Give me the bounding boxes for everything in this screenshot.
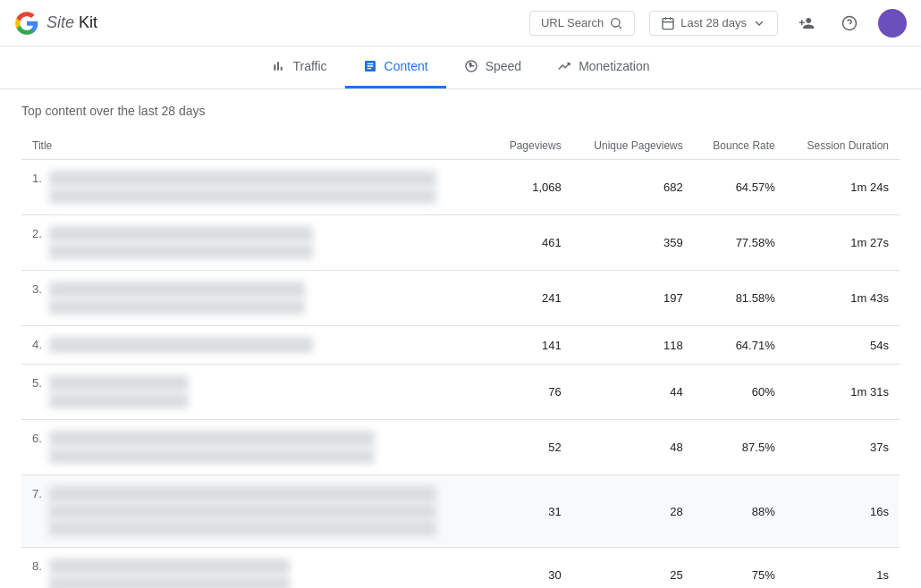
section-title: Top content over the last 28 days (21, 104, 900, 118)
date-range-label: Last 28 days (680, 16, 747, 29)
row-number: 1. (32, 172, 42, 185)
row-number: 5. (32, 376, 42, 390)
speed-icon (464, 59, 478, 73)
main-content: Top content over the last 28 days Title … (0, 89, 921, 588)
tab-monetization[interactable]: Monetization (539, 46, 667, 88)
table-row: 5.XXXXXXXXXXXXXXXXXXXXXXXXXXXXXXXXXXXX76… (21, 365, 900, 420)
tab-speed-label: Speed (486, 59, 521, 73)
title-link[interactable]: XXXXXXXXXXXXXXXXXX (49, 375, 189, 391)
chevron-down-icon (752, 16, 766, 30)
title-subtitle: XXXXXXXXXXXXXXXXXXXXXXXXXX (49, 299, 305, 315)
bounce-rate-cell: 60% (694, 365, 786, 420)
unique-pageviews-cell: 44 (572, 365, 694, 420)
add-person-button[interactable] (792, 9, 821, 38)
bounce-rate-cell: 87.5% (694, 420, 786, 475)
row-title: XXXXXXXXXXXXXXXXXXXXXXXXXXXXXXXXXX (49, 559, 290, 588)
table-row: 4.XXXXXXXXXXXXXXXXXXXXXXXXXXXXXXXXXX1411… (21, 325, 900, 364)
title-link[interactable]: XXXXXXXXXXXXXXXXXXXXXXXXXXXXXXX (49, 559, 290, 575)
table-row: 1.XXXXXXXXXXXXXXXXXXXXXXXXXXXXXXXXXXXXXX… (21, 160, 900, 215)
pageviews-cell: 461 (491, 214, 571, 270)
bounce-rate-cell: 88% (694, 475, 786, 548)
svg-rect-2 (663, 18, 673, 29)
col-bounce-rate: Bounce Rate (694, 132, 786, 160)
content-table: Title Pageviews Unique Pageviews Bounce … (21, 132, 900, 588)
session-duration-cell: 1m 31s (786, 365, 900, 420)
search-icon (609, 16, 623, 30)
pageviews-cell: 141 (491, 325, 571, 364)
tab-speed[interactable]: Speed (446, 46, 539, 88)
row-title: XXXXXXXXXXXXXXXXXXXXXXXXXXXXXXXXXXXXXXXX… (49, 226, 313, 259)
tab-monetization-label: Monetization (579, 59, 649, 73)
title-link[interactable]: XXXXXXXXXXXXXXXXXXXXXXXXXXXXXXXXXX (49, 337, 313, 353)
title-subtitle: XXXXXXXXXXXXXXXXXXXXXXXXXXXXXXXXXX (49, 244, 313, 259)
unique-pageviews-cell: 118 (572, 325, 694, 364)
title-link[interactable]: XXXXXXXXXXXXXXXXXXXXXXXXXXXXXXXXX (49, 281, 305, 298)
tab-content-label: Content (384, 59, 428, 73)
pageviews-cell: 76 (491, 365, 571, 420)
table-row: 8.XXXXXXXXXXXXXXXXXXXXXXXXXXXXXXXXXX3025… (21, 547, 900, 588)
title-link[interactable]: XXXXXXXXXXXXXXXXXXXXXXXXXXXXXXXXXX (49, 226, 313, 242)
url-search-label: URL Search (541, 16, 604, 29)
tab-content[interactable]: Content (345, 46, 446, 88)
title-cell: 6.XXXXXXXXXXXXXXXXXXXXXXXXXXXXXXXXXXXXXX… (21, 420, 491, 475)
unique-pageviews-cell: 197 (572, 270, 694, 325)
title-subtitle: XXXXXXXXXXXXXXXXXX (49, 393, 189, 408)
bounce-rate-cell: 64.71% (694, 325, 786, 364)
title-link[interactable]: XXXXXXXXXXXXXXXXXXXXXXXXXXXXXXXXXXXXXXXX… (49, 171, 437, 187)
title-subtitle-2: XXXXXXXXXXXXXXXXXXXXXXXXXXXXXXXXXX (49, 521, 437, 536)
row-number: 4. (32, 338, 42, 351)
table-row: 2.XXXXXXXXXXXXXXXXXXXXXXXXXXXXXXXXXXXXXX… (21, 214, 900, 270)
row-number: 8. (32, 559, 42, 573)
unique-pageviews-cell: 48 (572, 420, 694, 475)
unique-pageviews-cell: 359 (572, 214, 694, 270)
title-cell: 4.XXXXXXXXXXXXXXXXXXXXXXXXXXXXXXXXXX (21, 325, 491, 364)
person-add-icon (798, 15, 815, 31)
svg-line-1 (619, 26, 621, 29)
logo-area: Site Kit (14, 11, 529, 36)
tab-traffic[interactable]: Traffic (253, 46, 344, 88)
title-link[interactable]: XXXXXXXXXXXXXXXXXXXXXXXXXXXXXXXXXXXXXXXX… (49, 431, 375, 447)
row-title: XXXXXXXXXXXXXXXXXXXXXXXXXXXXXXXXXXXX (49, 375, 189, 408)
title-link[interactable]: XXXXXXXXXXXXXXXXXXXXXXXXXXXXXXXXXXXXXXXX… (49, 486, 437, 502)
help-button[interactable] (835, 9, 864, 38)
session-duration-cell: 1m 24s (786, 160, 900, 215)
title-cell: 7.XXXXXXXXXXXXXXXXXXXXXXXXXXXXXXXXXXXXXX… (21, 475, 491, 548)
unique-pageviews-cell: 25 (572, 547, 694, 588)
tab-traffic-label: Traffic (292, 59, 326, 73)
content-icon (363, 59, 377, 73)
session-duration-cell: 16s (786, 475, 900, 548)
title-cell: 8.XXXXXXXXXXXXXXXXXXXXXXXXXXXXXXXXXX (21, 547, 491, 588)
bounce-rate-cell: 81.58% (694, 270, 786, 325)
session-duration-cell: 1m 43s (786, 270, 900, 325)
row-title: XXXXXXXXXXXXXXXXXXXXXXXXXXXXXXXXXXXXXXXX… (49, 281, 305, 315)
calendar-icon (661, 16, 675, 30)
pageviews-cell: 241 (491, 270, 571, 325)
nav-tabs: Traffic Content Speed Monetization (0, 46, 921, 89)
monetization-icon (557, 59, 571, 73)
title-cell: 3.XXXXXXXXXXXXXXXXXXXXXXXXXXXXXXXXXXXXXX… (21, 270, 491, 325)
title-subtitle: XXXXXXXXXXXXXXXXXXXXXXXXXXXXXXXXXX (49, 504, 437, 519)
pageviews-cell: 30 (491, 547, 571, 588)
avatar[interactable] (878, 9, 907, 38)
url-search-button[interactable]: URL Search (529, 11, 635, 36)
bounce-rate-cell: 77.58% (694, 214, 786, 270)
row-number: 6. (32, 432, 42, 445)
title-subtitle: XXX (49, 576, 290, 588)
title-cell: 1.XXXXXXXXXXXXXXXXXXXXXXXXXXXXXXXXXXXXXX… (21, 160, 491, 215)
unique-pageviews-cell: 682 (572, 160, 694, 215)
col-unique-pageviews: Unique Pageviews (572, 132, 694, 160)
col-pageviews: Pageviews (491, 132, 571, 160)
row-number: 3. (32, 282, 42, 296)
help-icon (841, 15, 858, 31)
pageviews-cell: 1,068 (491, 160, 571, 215)
unique-pageviews-cell: 28 (572, 475, 694, 548)
session-duration-cell: 54s (786, 325, 900, 364)
date-range-button[interactable]: Last 28 days (649, 11, 778, 36)
row-title: XXXXXXXXXXXXXXXXXXXXXXXXXXXXXXXXXXXXXXXX… (49, 171, 437, 204)
title-subtitle: XXXXXXXXXXXXXXXXXXXXXXXXXXXXXXXX (49, 189, 437, 204)
logo-label: Site Kit (46, 13, 97, 32)
title-cell: 5.XXXXXXXXXXXXXXXXXXXXXXXXXXXXXXXXXXXX (21, 365, 491, 420)
row-title: XXXXXXXXXXXXXXXXXXXXXXXXXXXXXXXXXX (49, 337, 313, 353)
col-session-duration: Session Duration (786, 132, 900, 160)
header-actions: URL Search Last 28 days (529, 9, 907, 38)
